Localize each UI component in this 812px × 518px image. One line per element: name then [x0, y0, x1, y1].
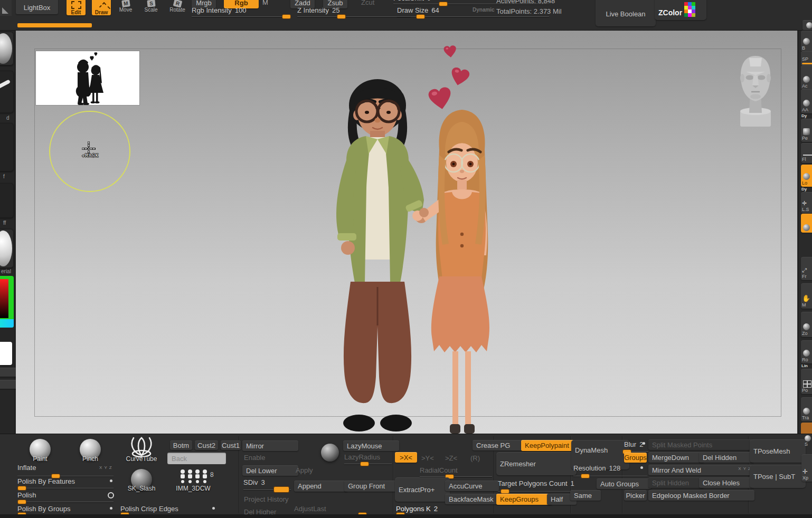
botm-slot-button[interactable]: Botm	[170, 440, 192, 450]
lazymouse-button[interactable]: LazyMouse	[343, 440, 399, 451]
backfacemask-button[interactable]: BackfaceMask	[445, 494, 499, 504]
rotate-button[interactable]: R Rotate	[168, 0, 187, 13]
resolution-handle[interactable]	[581, 474, 590, 478]
rail-actual-button[interactable]: Ac	[801, 65, 812, 90]
auto-groups-button[interactable]: Auto Groups	[597, 478, 652, 489]
sculpt-canvas[interactable]: +MASK	[16, 30, 797, 434]
rail-zoom3d-button[interactable]: Zo	[801, 312, 812, 337]
radial-count-track[interactable]	[420, 476, 492, 477]
scale-button[interactable]: S Scale	[143, 0, 159, 13]
polish-by-features-track[interactable]	[17, 488, 114, 488]
del-hidden-button[interactable]: Del Hidden	[699, 452, 754, 463]
close-holes-button[interactable]: Close Holes	[699, 477, 754, 488]
zcolor-button[interactable]: ZColor	[655, 0, 706, 20]
rail-rotate-button[interactable]: Ro	[801, 340, 812, 363]
current-color-swatch[interactable]	[0, 342, 12, 365]
mirror-button[interactable]: Mirror	[242, 440, 298, 451]
rail-move-button[interactable]: ✋M	[801, 283, 812, 309]
color-picker-gradient[interactable]	[0, 276, 14, 328]
left-brush-thumb-2[interactable]	[0, 71, 14, 113]
lightbox-button[interactable]: LightBox	[16, 0, 58, 14]
polish-modifier[interactable]	[108, 492, 114, 498]
rail-spix-slider[interactable]: SP	[801, 51, 812, 66]
rail-floor-button[interactable]: Fl	[801, 143, 812, 163]
split-hidden-button[interactable]: Split Hidden	[648, 477, 704, 488]
curvetube-brush-label: CurveTube	[122, 455, 161, 463]
rail-lsym-button[interactable]: ✛L.S	[801, 192, 812, 213]
focal-shift-handle[interactable]	[439, 2, 448, 6]
inflate-track[interactable]	[17, 476, 114, 476]
cust2-slot-button[interactable]: Cust2	[195, 440, 218, 450]
resolution-slider: Resolution128	[573, 464, 620, 472]
extractpro-button[interactable]: ExtractPro+	[395, 477, 450, 502]
z-intensity-track[interactable]	[297, 16, 411, 17]
resolution-modifier[interactable]	[640, 466, 643, 469]
left-brush-thumb-1[interactable]	[0, 32, 14, 65]
zbrush-window: LightBox Edit Draw M Move S Scale R Rota…	[0, 0, 812, 518]
xpose-edge-button[interactable]: ✛ Xp	[801, 454, 812, 482]
move-button[interactable]: M Move	[117, 0, 134, 13]
mirror-and-weld-button[interactable]: Mirror And Weld X Y Z	[648, 465, 754, 475]
polish-crisp-edges-modifier[interactable]	[212, 507, 215, 510]
rail-bpr-button[interactable]: B	[801, 31, 812, 52]
m-button[interactable]: M	[262, 0, 268, 6]
picker-button[interactable]: Picker	[624, 490, 647, 501]
tpose-subt-button[interactable]: TPose | SubT	[750, 465, 806, 488]
zremesher-button[interactable]: ZRemesher	[496, 452, 577, 475]
merge-down-button[interactable]: MergeDown	[648, 452, 704, 463]
rail-accent-button[interactable]	[801, 214, 812, 233]
imm-3dcw-brush-icon[interactable]	[178, 469, 208, 485]
dynamic-toggle[interactable]: Dynamic	[473, 7, 495, 13]
rail-persp-button[interactable]: Pe	[801, 119, 812, 142]
live-boolean-button[interactable]: Live Boolean	[596, 0, 656, 26]
rail-polyframe-button[interactable]: Po	[801, 369, 812, 394]
rail-transp-button[interactable]: Tra	[801, 397, 812, 421]
rail-aahalf-button[interactable]: AA	[801, 89, 812, 113]
split-masked-points-button[interactable]: Split Masked Points	[648, 439, 754, 450]
solo-edge-button[interactable]: S	[805, 435, 812, 449]
alpha-sphere-thumb[interactable]	[321, 444, 339, 462]
zcut-button[interactable]: Zcut	[361, 0, 374, 6]
group-front-button[interactable]: Group Front	[344, 481, 398, 492]
crease-pg-button[interactable]: Crease PG	[473, 440, 526, 450]
polish-handle[interactable]	[17, 500, 26, 504]
back-slot-field[interactable]: Back	[167, 453, 226, 464]
top-right-partial-button[interactable]	[802, 20, 812, 30]
blur-modifier[interactable]	[643, 442, 645, 445]
rail-frame-button[interactable]: ⤢Fr	[801, 257, 812, 280]
polish-by-features-modifier[interactable]	[110, 479, 112, 482]
left-brush-thumb-3[interactable]	[0, 123, 14, 171]
curvetube-brush-icon[interactable]	[128, 436, 155, 457]
left-material-thumb[interactable]	[0, 229, 14, 268]
keep-groups-button[interactable]: KeepGroups	[496, 494, 552, 505]
corner-resize-icon[interactable]	[0, 0, 12, 16]
draw-size-handle[interactable]	[416, 14, 425, 19]
sk-slash-brush-label: SK_Slash	[126, 485, 157, 492]
target-polygons-handle[interactable]	[501, 489, 509, 494]
keep-polypaint-button[interactable]: KeepPolypaint	[521, 440, 577, 451]
edgeloop-masked-border-button[interactable]: Edgeloop Masked Border	[648, 490, 754, 501]
lazyradius-handle[interactable]	[360, 462, 369, 466]
accucurve-button[interactable]: AccuCurve	[445, 481, 499, 491]
polish-by-groups-modifier[interactable]	[110, 507, 112, 510]
edit-button[interactable]: Edit	[67, 0, 86, 15]
sdiv-handle[interactable]	[273, 486, 289, 493]
xyz-axis-label[interactable]: X Y Z	[99, 465, 112, 470]
groups-button[interactable]: Groups	[624, 453, 647, 463]
del-lower-button[interactable]: Del Lower	[242, 465, 298, 476]
draw-button[interactable]: Draw	[92, 0, 111, 15]
polish-track[interactable]	[17, 502, 114, 502]
append-button[interactable]: Append	[294, 481, 348, 492]
adjust-last-slider-disabled: AdjustLast	[294, 505, 326, 513]
rgb-intensity-handle[interactable]	[282, 14, 291, 19]
rail-local-button[interactable]: Lo	[801, 165, 812, 187]
z-intensity-handle[interactable]	[337, 14, 346, 19]
polish-by-features-handle[interactable]	[17, 486, 26, 491]
same-button[interactable]: Same	[570, 490, 601, 501]
rgb-intensity-track[interactable]	[192, 16, 290, 17]
x-axis-button[interactable]: >X<	[395, 452, 417, 463]
tpose-mesh-button[interactable]: TPoseMesh	[750, 439, 806, 463]
scale-icon: S	[147, 0, 155, 7]
left-brush-thumb-4[interactable]	[0, 183, 14, 218]
cust1-slot-button[interactable]: Cust1	[221, 440, 241, 450]
